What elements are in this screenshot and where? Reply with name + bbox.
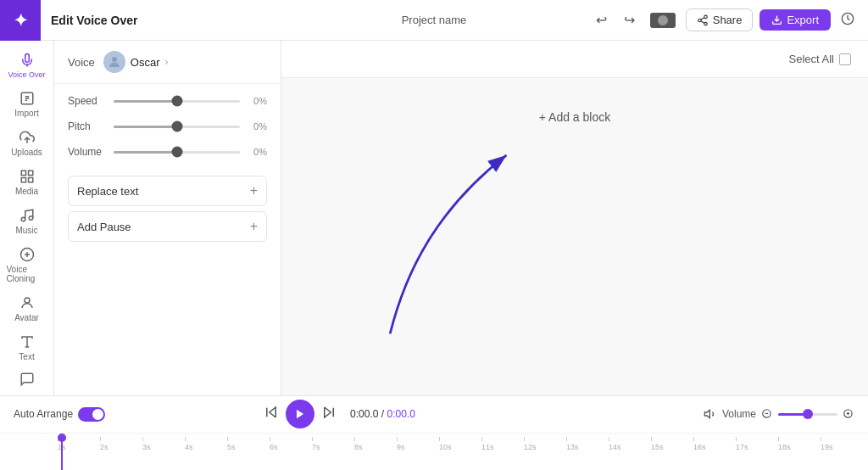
main-content: Select All + Add a block [281, 41, 868, 395]
svg-point-22 [25, 298, 30, 303]
add-pause-button[interactable]: Add Pause + [68, 211, 267, 242]
timeline-mark: 8s [354, 437, 397, 451]
voice-over-icon [19, 53, 35, 68]
timeline-mark: 18s [778, 437, 821, 451]
time-current: 0:00.0 [350, 408, 378, 420]
timeline-mark: 13s [566, 437, 609, 451]
timeline-mark: 17s [736, 437, 778, 451]
svg-line-3 [701, 20, 704, 22]
topbar-actions: ↩ ↪ Share Export [591, 8, 858, 32]
sidebar-item-music[interactable]: Music [3, 203, 51, 240]
svg-point-17 [21, 217, 25, 221]
voice-avatar [103, 51, 125, 73]
sidebar-item-text[interactable]: Text [3, 329, 51, 366]
sidebar-item-avatar-label: Avatar [14, 313, 39, 322]
share-button[interactable]: Share [686, 8, 754, 31]
action-section: Replace text + Add Pause + [54, 169, 281, 249]
voice-chevron-icon: › [164, 56, 168, 68]
avatar-toggle [650, 13, 676, 28]
sidebar-item-voice-over[interactable]: Voice Over [3, 48, 51, 84]
timeline-mark: 2s [100, 437, 142, 451]
chat-button[interactable] [14, 368, 40, 390]
sidebar-item-uploads[interactable]: Uploads [3, 125, 51, 162]
controls-section: Speed 0% Pitch 0% [54, 84, 281, 169]
sidebar-item-voice-cloning-label: Voice Cloning [7, 265, 47, 283]
svg-rect-15 [28, 178, 32, 182]
replace-text-label: Replace text [77, 185, 138, 198]
sidebar-item-uploads-label: Uploads [11, 148, 42, 157]
volume-label: Volume [722, 408, 756, 420]
project-name[interactable]: Project name [402, 14, 467, 26]
auto-arrange-toggle[interactable] [78, 407, 105, 422]
timeline-mark: 16s [693, 437, 736, 451]
sidebar-bottom: 👤 [14, 368, 40, 395]
voice-name: Oscar [131, 56, 160, 69]
undo-button[interactable]: ↩ [591, 8, 612, 31]
bottom-bar: Auto Arrange 0:00.0 / 0:00.0 Volume [0, 395, 868, 470]
speed-control: Speed 0% [68, 92, 267, 109]
auto-arrange: Auto Arrange [14, 407, 105, 422]
avatar-icon [19, 295, 35, 311]
timeline-bar[interactable]: 1s2s3s4s5s6s7s8s9s10s11s12s13s14s15s16s1… [0, 434, 868, 471]
select-all-area[interactable]: Select All [789, 53, 851, 65]
add-block-button[interactable]: + Add a block [526, 104, 624, 131]
fast-forward-icon [321, 405, 337, 420]
history-button[interactable] [837, 8, 858, 32]
toggle-knob [92, 409, 103, 420]
timeline-mark: 15s [651, 437, 693, 451]
media-icon [19, 169, 35, 184]
volume-value: 0% [247, 147, 267, 157]
content-body: + Add a block [281, 78, 868, 395]
cursor-handle [58, 434, 66, 442]
topbar: ✦ Edit Voice Over Project name ↩ ↪ Share… [0, 0, 868, 41]
redo-button[interactable]: ↪ [619, 8, 640, 31]
rewind-icon [264, 405, 279, 420]
left-panel: Voice Oscar › Speed 0% [54, 41, 281, 395]
timeline-mark: 4s [185, 437, 227, 451]
playback-bar: Auto Arrange 0:00.0 / 0:00.0 Volume [0, 396, 868, 434]
voice-label: Voice [68, 56, 95, 69]
sidebar-item-voice-over-label: Voice Over [8, 70, 45, 79]
timeline-cursor[interactable] [61, 434, 63, 471]
page-title: Edit Voice Over [51, 14, 581, 27]
timeline-ruler: 1s2s3s4s5s6s7s8s9s10s11s12s13s14s15s16s1… [58, 434, 865, 451]
speed-slider[interactable] [114, 92, 240, 109]
voice-selector[interactable]: Voice Oscar › [54, 41, 281, 84]
speed-value: 0% [247, 96, 267, 106]
svg-line-4 [701, 17, 704, 19]
rewind-button[interactable] [260, 401, 282, 427]
timeline-mark: 3s [142, 437, 185, 451]
export-icon [771, 14, 782, 25]
chat-icon [19, 372, 35, 387]
app-logo[interactable]: ✦ [0, 0, 41, 41]
export-button[interactable]: Export [760, 9, 831, 31]
timeline-mark: 11s [481, 437, 524, 451]
zoom-out-icon[interactable] [761, 408, 773, 420]
zoom-in-icon[interactable] [843, 408, 854, 420]
sidebar-item-voice-cloning[interactable]: Voice Cloning [3, 242, 51, 288]
svg-point-18 [29, 216, 33, 221]
timeline-mark: 6s [270, 437, 312, 451]
svg-point-2 [704, 22, 707, 25]
select-all-label: Select All [789, 53, 834, 65]
fast-forward-button[interactable] [318, 401, 340, 427]
sidebar-item-avatar[interactable]: Avatar [3, 290, 51, 327]
voice-avatar-icon [107, 54, 122, 70]
sidebar-item-media[interactable]: Media [3, 164, 51, 201]
text-icon [19, 334, 35, 350]
pitch-slider[interactable] [114, 118, 240, 135]
volume-slider[interactable] [114, 143, 240, 160]
add-block-label: + Add a block [539, 110, 610, 124]
volume-slider[interactable] [778, 413, 837, 416]
pitch-value: 0% [247, 121, 267, 131]
play-button[interactable] [286, 400, 314, 428]
select-all-checkbox[interactable] [839, 53, 851, 65]
svg-point-1 [698, 19, 701, 22]
timeline-mark: 14s [609, 437, 651, 451]
replace-text-button[interactable]: Replace text + [68, 176, 267, 206]
voice-person[interactable]: Oscar › [103, 51, 169, 73]
timeline-mark: 5s [227, 437, 270, 451]
sidebar-item-import[interactable]: Import [3, 86, 51, 123]
volume-area: Volume [704, 407, 854, 421]
timeline-mark: 9s [397, 437, 439, 451]
